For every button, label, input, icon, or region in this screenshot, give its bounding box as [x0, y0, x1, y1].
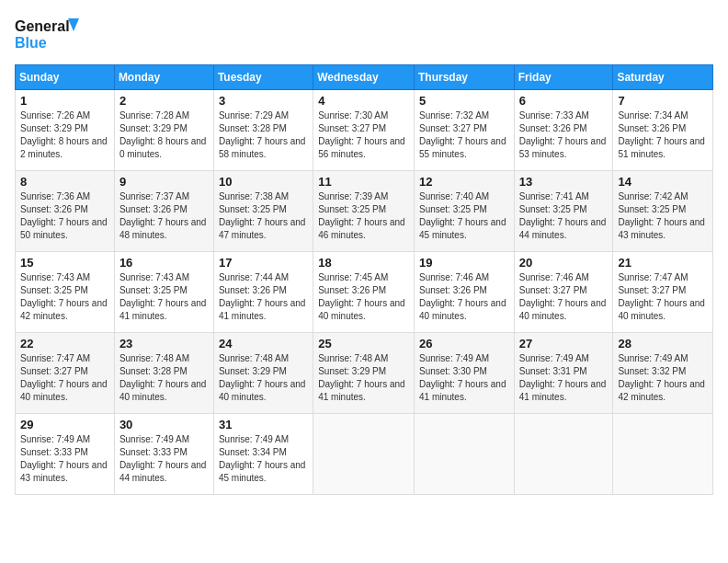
- week-row-5: 29Sunrise: 7:49 AMSunset: 3:33 PMDayligh…: [16, 414, 713, 495]
- day-number: 31: [219, 418, 308, 431]
- day-info: Sunrise: 7:48 AMSunset: 3:29 PMDaylight:…: [318, 352, 409, 404]
- page-header: GeneralBlue: [15, 15, 713, 55]
- day-number: 6: [519, 94, 609, 108]
- day-info: Sunrise: 7:38 AMSunset: 3:25 PMDaylight:…: [219, 190, 308, 242]
- day-info: Sunrise: 7:42 AMSunset: 3:25 PMDaylight:…: [618, 190, 708, 242]
- calendar-cell: 17Sunrise: 7:44 AMSunset: 3:26 PMDayligh…: [213, 252, 313, 333]
- calendar-cell: 12Sunrise: 7:40 AMSunset: 3:25 PMDayligh…: [414, 171, 514, 252]
- day-info: Sunrise: 7:43 AMSunset: 3:25 PMDaylight:…: [20, 271, 109, 323]
- day-number: 18: [318, 256, 409, 270]
- calendar-cell: 27Sunrise: 7:49 AMSunset: 3:31 PMDayligh…: [514, 333, 613, 414]
- week-row-2: 8Sunrise: 7:36 AMSunset: 3:26 PMDaylight…: [16, 171, 713, 252]
- day-info: Sunrise: 7:33 AMSunset: 3:26 PMDaylight:…: [519, 109, 609, 161]
- day-info: Sunrise: 7:36 AMSunset: 3:26 PMDaylight:…: [20, 190, 109, 242]
- calendar-cell: 13Sunrise: 7:41 AMSunset: 3:25 PMDayligh…: [514, 171, 613, 252]
- day-info: Sunrise: 7:47 AMSunset: 3:27 PMDaylight:…: [618, 271, 708, 323]
- day-info: Sunrise: 7:46 AMSunset: 3:26 PMDaylight:…: [419, 271, 509, 323]
- week-row-1: 1Sunrise: 7:26 AMSunset: 3:29 PMDaylight…: [16, 90, 713, 171]
- calendar-cell: [514, 414, 613, 495]
- day-number: 23: [119, 337, 209, 350]
- calendar-cell: 26Sunrise: 7:49 AMSunset: 3:30 PMDayligh…: [414, 333, 514, 414]
- day-number: 15: [20, 256, 109, 270]
- calendar-cell: 2Sunrise: 7:28 AMSunset: 3:29 PMDaylight…: [114, 90, 213, 171]
- day-number: 3: [219, 94, 308, 108]
- day-info: Sunrise: 7:48 AMSunset: 3:28 PMDaylight:…: [119, 352, 209, 404]
- weekday-header-wednesday: Wednesday: [313, 65, 415, 90]
- day-number: 24: [219, 337, 308, 350]
- calendar-cell: 5Sunrise: 7:32 AMSunset: 3:27 PMDaylight…: [414, 90, 514, 171]
- svg-text:Blue: Blue: [15, 35, 47, 51]
- day-info: Sunrise: 7:48 AMSunset: 3:29 PMDaylight:…: [219, 352, 308, 404]
- day-info: Sunrise: 7:49 AMSunset: 3:32 PMDaylight:…: [618, 352, 708, 404]
- day-info: Sunrise: 7:40 AMSunset: 3:25 PMDaylight:…: [419, 190, 509, 242]
- calendar-cell: 29Sunrise: 7:49 AMSunset: 3:33 PMDayligh…: [16, 414, 115, 495]
- weekday-header-tuesday: Tuesday: [213, 65, 313, 90]
- day-number: 7: [618, 94, 708, 108]
- calendar-cell: 6Sunrise: 7:33 AMSunset: 3:26 PMDaylight…: [514, 90, 613, 171]
- day-number: 29: [20, 418, 109, 431]
- day-number: 5: [419, 94, 509, 108]
- svg-text:General: General: [15, 18, 70, 34]
- calendar-cell: 10Sunrise: 7:38 AMSunset: 3:25 PMDayligh…: [213, 171, 313, 252]
- calendar-cell: 7Sunrise: 7:34 AMSunset: 3:26 PMDaylight…: [613, 90, 713, 171]
- day-info: Sunrise: 7:29 AMSunset: 3:28 PMDaylight:…: [219, 109, 308, 161]
- calendar-cell: 21Sunrise: 7:47 AMSunset: 3:27 PMDayligh…: [613, 252, 713, 333]
- calendar-cell: 23Sunrise: 7:48 AMSunset: 3:28 PMDayligh…: [114, 333, 213, 414]
- day-number: 28: [618, 337, 708, 350]
- calendar-cell: 9Sunrise: 7:37 AMSunset: 3:26 PMDaylight…: [114, 171, 213, 252]
- day-info: Sunrise: 7:44 AMSunset: 3:26 PMDaylight:…: [219, 271, 308, 323]
- day-number: 4: [318, 94, 409, 108]
- calendar-cell: 4Sunrise: 7:30 AMSunset: 3:27 PMDaylight…: [313, 90, 415, 171]
- calendar-cell: 18Sunrise: 7:45 AMSunset: 3:26 PMDayligh…: [313, 252, 415, 333]
- day-info: Sunrise: 7:49 AMSunset: 3:33 PMDaylight:…: [20, 433, 109, 485]
- day-info: Sunrise: 7:49 AMSunset: 3:34 PMDaylight:…: [219, 433, 308, 485]
- day-number: 21: [618, 256, 708, 270]
- logo-svg: GeneralBlue: [15, 15, 79, 55]
- week-row-3: 15Sunrise: 7:43 AMSunset: 3:25 PMDayligh…: [16, 252, 713, 333]
- day-info: Sunrise: 7:49 AMSunset: 3:31 PMDaylight:…: [519, 352, 609, 404]
- day-number: 25: [318, 337, 409, 350]
- day-info: Sunrise: 7:49 AMSunset: 3:33 PMDaylight:…: [119, 433, 209, 485]
- calendar-cell: 19Sunrise: 7:46 AMSunset: 3:26 PMDayligh…: [414, 252, 514, 333]
- svg-marker-2: [68, 18, 79, 31]
- day-number: 9: [119, 175, 209, 189]
- calendar-cell: 20Sunrise: 7:46 AMSunset: 3:27 PMDayligh…: [514, 252, 613, 333]
- weekday-header-sunday: Sunday: [16, 65, 115, 90]
- calendar-cell: 22Sunrise: 7:47 AMSunset: 3:27 PMDayligh…: [16, 333, 115, 414]
- calendar-cell: 31Sunrise: 7:49 AMSunset: 3:34 PMDayligh…: [213, 414, 313, 495]
- week-row-4: 22Sunrise: 7:47 AMSunset: 3:27 PMDayligh…: [16, 333, 713, 414]
- day-number: 30: [119, 418, 209, 431]
- day-info: Sunrise: 7:28 AMSunset: 3:29 PMDaylight:…: [119, 109, 209, 161]
- calendar-cell: 24Sunrise: 7:48 AMSunset: 3:29 PMDayligh…: [213, 333, 313, 414]
- day-number: 8: [20, 175, 109, 189]
- calendar-cell: 28Sunrise: 7:49 AMSunset: 3:32 PMDayligh…: [613, 333, 713, 414]
- day-info: Sunrise: 7:39 AMSunset: 3:25 PMDaylight:…: [318, 190, 409, 242]
- day-number: 17: [219, 256, 308, 270]
- day-info: Sunrise: 7:32 AMSunset: 3:27 PMDaylight:…: [419, 109, 509, 161]
- weekday-header-saturday: Saturday: [613, 65, 713, 90]
- logo: GeneralBlue: [15, 15, 79, 55]
- day-number: 16: [119, 256, 209, 270]
- calendar-cell: [313, 414, 415, 495]
- day-number: 26: [419, 337, 509, 350]
- day-number: 2: [119, 94, 209, 108]
- weekday-header-monday: Monday: [114, 65, 213, 90]
- day-info: Sunrise: 7:46 AMSunset: 3:27 PMDaylight:…: [519, 271, 609, 323]
- calendar-cell: 25Sunrise: 7:48 AMSunset: 3:29 PMDayligh…: [313, 333, 415, 414]
- day-info: Sunrise: 7:30 AMSunset: 3:27 PMDaylight:…: [318, 109, 409, 161]
- day-number: 27: [519, 337, 609, 350]
- weekday-header-row: SundayMondayTuesdayWednesdayThursdayFrid…: [16, 65, 713, 90]
- calendar-cell: 1Sunrise: 7:26 AMSunset: 3:29 PMDaylight…: [16, 90, 115, 171]
- day-info: Sunrise: 7:34 AMSunset: 3:26 PMDaylight:…: [618, 109, 708, 161]
- day-info: Sunrise: 7:45 AMSunset: 3:26 PMDaylight:…: [318, 271, 409, 323]
- day-info: Sunrise: 7:49 AMSunset: 3:30 PMDaylight:…: [419, 352, 509, 404]
- day-info: Sunrise: 7:26 AMSunset: 3:29 PMDaylight:…: [20, 109, 109, 161]
- day-number: 10: [219, 175, 308, 189]
- day-number: 14: [618, 175, 708, 189]
- calendar-cell: [613, 414, 713, 495]
- day-number: 12: [419, 175, 509, 189]
- day-number: 13: [519, 175, 609, 189]
- day-number: 22: [20, 337, 109, 350]
- calendar-cell: 3Sunrise: 7:29 AMSunset: 3:28 PMDaylight…: [213, 90, 313, 171]
- calendar-cell: 11Sunrise: 7:39 AMSunset: 3:25 PMDayligh…: [313, 171, 415, 252]
